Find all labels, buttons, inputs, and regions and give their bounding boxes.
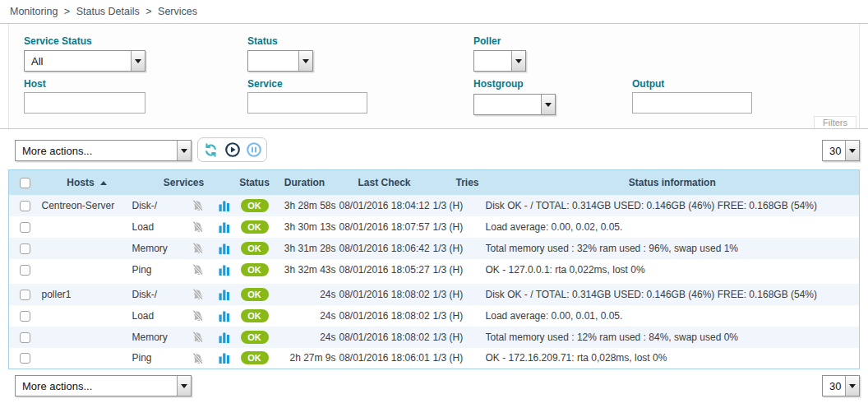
tries-cell: 1/3 (H) — [433, 284, 486, 305]
status-value — [248, 51, 298, 71]
service-row: poller1 Disk-/ — [9, 284, 860, 305]
service-row: Centreon-Server Disk-/ — [9, 195, 860, 216]
graph-cell — [213, 238, 236, 259]
breadcrumb-status-details[interactable]: Status Details — [76, 6, 140, 17]
row-checkbox[interactable] — [20, 201, 30, 211]
host-name-link[interactable] — [42, 216, 132, 238]
performance-graph-icon[interactable] — [213, 264, 236, 276]
bell-slash-icon — [183, 288, 213, 300]
performance-graph-icon[interactable] — [213, 352, 236, 364]
service-row: Ping — [9, 348, 860, 369]
host-name-link[interactable]: Centreon-Server — [42, 195, 132, 216]
column-header-status-information[interactable]: Status information — [486, 170, 860, 195]
last-check-cell: 08/01/2016 18:05:27 — [336, 259, 433, 280]
chevron-down-icon — [177, 141, 191, 160]
chevron-down-icon — [131, 51, 145, 71]
hostgroup-select[interactable] — [473, 94, 556, 115]
service-status-label: Service Status — [24, 35, 92, 47]
performance-graph-icon[interactable] — [213, 289, 236, 300]
service-name-link[interactable]: Ping — [132, 259, 183, 280]
tries-cell: 1/3 (H) — [433, 259, 486, 280]
duration-cell: 3h 30m 13s — [274, 216, 336, 238]
output-input[interactable] — [632, 92, 752, 114]
host-name-link[interactable] — [42, 238, 132, 259]
column-header-status[interactable]: Status — [236, 170, 274, 195]
row-select-cell — [9, 195, 42, 216]
bell-slash-icon — [183, 331, 213, 343]
service-name-link[interactable]: Disk-/ — [132, 195, 183, 216]
row-checkbox[interactable] — [20, 353, 30, 364]
graph-cell — [213, 348, 236, 369]
refresh-button[interactable] — [201, 140, 221, 160]
filters-tab[interactable]: Filters — [814, 116, 856, 129]
poller-select[interactable] — [473, 50, 526, 72]
column-header-tries[interactable]: Tries — [433, 170, 486, 195]
status-badge: OK — [241, 199, 269, 212]
performance-graph-icon[interactable] — [213, 310, 236, 322]
service-name-link[interactable]: Disk-/ — [132, 284, 183, 305]
status-badge: OK — [241, 331, 269, 344]
status-cell: OK — [236, 216, 274, 238]
sort-asc-icon — [100, 181, 107, 185]
select-all-checkbox[interactable] — [20, 178, 30, 188]
breadcrumb-monitoring[interactable]: Monitoring — [10, 6, 58, 17]
service-input[interactable] — [247, 92, 367, 114]
refresh-icon — [203, 142, 219, 158]
status-cell: OK — [236, 327, 274, 348]
page-size-select-bottom[interactable]: 30 — [822, 375, 860, 396]
host-name-link[interactable] — [42, 327, 132, 348]
row-checkbox[interactable] — [20, 290, 30, 300]
column-header-hosts[interactable]: Hosts — [42, 170, 132, 195]
service-name-link[interactable]: Load — [132, 305, 183, 327]
service-name-link[interactable]: Load — [132, 216, 183, 238]
service-name-link[interactable]: Ping — [132, 348, 183, 369]
column-header-last-check[interactable]: Last Check — [336, 170, 433, 195]
breadcrumb-separator: > — [64, 6, 70, 17]
graph-cell — [213, 305, 236, 327]
duration-cell: 3h 32m 43s — [274, 259, 336, 280]
status-select[interactable] — [247, 50, 313, 72]
duration-cell: 3h 31m 28s — [274, 238, 336, 259]
page-size-select-top[interactable]: 30 — [822, 140, 860, 161]
row-checkbox[interactable] — [20, 222, 30, 233]
column-header-duration[interactable]: Duration — [274, 170, 336, 195]
host-name-link[interactable]: poller1 — [42, 284, 132, 305]
chevron-down-icon — [845, 141, 859, 160]
pause-button[interactable] — [243, 140, 264, 160]
service-name-link[interactable]: Memory — [132, 238, 183, 259]
row-checkbox[interactable] — [20, 332, 30, 343]
host-input[interactable] — [24, 92, 145, 114]
status-badge: OK — [241, 220, 269, 234]
chevron-down-icon — [177, 376, 191, 396]
column-header-services[interactable]: Services — [132, 170, 236, 195]
status-badge: OK — [241, 263, 269, 276]
service-name-link[interactable]: Memory — [132, 327, 183, 348]
row-checkbox[interactable] — [20, 243, 30, 254]
more-actions-select-top[interactable]: More actions... — [15, 140, 192, 161]
service-status-select[interactable]: All — [24, 50, 145, 72]
play-button[interactable] — [222, 140, 242, 160]
host-name-link[interactable] — [42, 259, 132, 280]
performance-graph-icon[interactable] — [213, 243, 236, 254]
notifications-disabled-cell — [183, 348, 213, 369]
performance-graph-icon[interactable] — [213, 332, 236, 343]
status-badge: OK — [241, 351, 269, 364]
row-checkbox[interactable] — [20, 311, 30, 322]
graph-cell — [213, 259, 236, 280]
performance-graph-icon[interactable] — [213, 200, 236, 211]
row-select-cell — [9, 284, 42, 305]
more-actions-select-bottom[interactable]: More actions... — [15, 375, 192, 396]
row-select-cell — [9, 238, 42, 259]
breadcrumb-services[interactable]: Services — [158, 6, 197, 17]
breadcrumb-separator: > — [145, 6, 151, 17]
host-name-link[interactable] — [42, 348, 132, 369]
status-information-cell: Load average: 0.00, 0.01, 0.05. — [486, 305, 860, 327]
services-table: Hosts Services Status Duration Last Chec… — [8, 169, 860, 369]
status-badge: OK — [241, 309, 269, 322]
status-information-cell: Disk OK - / TOTAL: 0.314GB USED: 0.146GB… — [486, 284, 860, 305]
host-name-link[interactable] — [42, 305, 132, 327]
notifications-disabled-cell — [183, 259, 213, 280]
performance-graph-icon[interactable] — [213, 221, 236, 233]
row-checkbox[interactable] — [20, 265, 30, 276]
bell-slash-icon — [183, 352, 213, 364]
